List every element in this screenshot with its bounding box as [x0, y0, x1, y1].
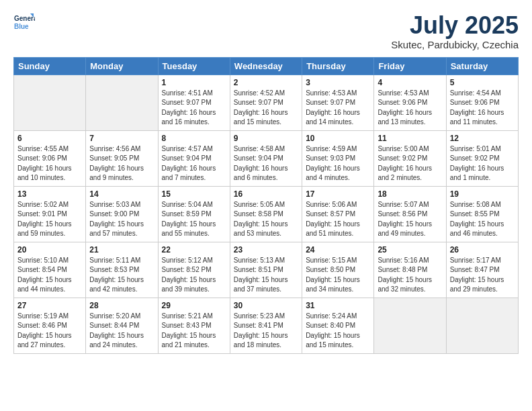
- col-sunday: Sunday: [14, 57, 86, 75]
- day-number: 6: [17, 134, 82, 143]
- table-row: 14 Sunrise: 5:03 AM Sunset: 9:00 PM Dayl…: [86, 186, 158, 242]
- table-row: 31 Sunrise: 5:24 AM Sunset: 8:40 PM Dayl…: [302, 298, 374, 353]
- day-detail: Sunrise: 4:52 AM Sunset: 9:07 PM Dayligh…: [234, 89, 298, 128]
- day-number: 8: [162, 134, 226, 143]
- table-row: 15 Sunrise: 5:04 AM Sunset: 8:59 PM Dayl…: [158, 186, 230, 242]
- day-detail: Sunrise: 5:11 AM Sunset: 8:53 PM Dayligh…: [89, 256, 154, 295]
- day-detail: Sunrise: 5:08 AM Sunset: 8:55 PM Dayligh…: [450, 200, 515, 239]
- table-row: 29 Sunrise: 5:21 AM Sunset: 8:43 PM Dayl…: [158, 298, 230, 353]
- table-row: 13 Sunrise: 5:02 AM Sunset: 9:01 PM Dayl…: [14, 186, 86, 242]
- page: General Blue July 2025 Skutec, Pardubick…: [0, 0, 532, 411]
- table-row: 30 Sunrise: 5:23 AM Sunset: 8:41 PM Dayl…: [230, 298, 302, 353]
- table-row: [86, 75, 158, 130]
- day-number: 22: [162, 245, 226, 255]
- col-wednesday: Wednesday: [230, 57, 302, 75]
- day-detail: Sunrise: 5:21 AM Sunset: 8:43 PM Dayligh…: [162, 312, 226, 351]
- table-row: 20 Sunrise: 5:10 AM Sunset: 8:54 PM Dayl…: [14, 242, 86, 298]
- day-detail: Sunrise: 5:24 AM Sunset: 8:40 PM Dayligh…: [306, 312, 370, 351]
- day-detail: Sunrise: 5:05 AM Sunset: 8:58 PM Dayligh…: [234, 200, 298, 239]
- day-detail: Sunrise: 5:20 AM Sunset: 8:44 PM Dayligh…: [89, 312, 154, 351]
- day-detail: Sunrise: 5:07 AM Sunset: 8:56 PM Dayligh…: [378, 200, 442, 239]
- col-thursday: Thursday: [302, 57, 374, 75]
- day-number: 10: [306, 134, 370, 143]
- day-detail: Sunrise: 5:02 AM Sunset: 9:01 PM Dayligh…: [17, 200, 82, 239]
- day-detail: Sunrise: 5:01 AM Sunset: 9:02 PM Dayligh…: [450, 144, 515, 183]
- table-row: [446, 298, 518, 353]
- day-number: 18: [378, 189, 442, 199]
- day-number: 11: [378, 134, 442, 143]
- logo: General Blue: [13, 12, 35, 34]
- table-row: 12 Sunrise: 5:01 AM Sunset: 9:02 PM Dayl…: [446, 130, 518, 186]
- table-row: 10 Sunrise: 4:59 AM Sunset: 9:03 PM Dayl…: [302, 130, 374, 186]
- day-number: 14: [89, 189, 154, 199]
- table-row: 21 Sunrise: 5:11 AM Sunset: 8:53 PM Dayl…: [86, 242, 158, 298]
- day-number: 28: [89, 301, 154, 310]
- table-row: 22 Sunrise: 5:12 AM Sunset: 8:52 PM Dayl…: [158, 242, 230, 298]
- day-detail: Sunrise: 4:51 AM Sunset: 9:07 PM Dayligh…: [162, 89, 226, 128]
- day-number: 7: [89, 134, 154, 143]
- day-number: 29: [162, 301, 226, 310]
- table-row: [14, 75, 86, 130]
- col-tuesday: Tuesday: [158, 57, 230, 75]
- calendar-week-row: 6 Sunrise: 4:55 AM Sunset: 9:06 PM Dayli…: [14, 130, 519, 186]
- day-detail: Sunrise: 4:59 AM Sunset: 9:03 PM Dayligh…: [306, 144, 370, 183]
- day-number: 25: [378, 245, 442, 255]
- calendar-header-row: Sunday Monday Tuesday Wednesday Thursday…: [14, 57, 519, 75]
- day-detail: Sunrise: 5:04 AM Sunset: 8:59 PM Dayligh…: [162, 200, 226, 239]
- day-number: 19: [450, 189, 515, 199]
- calendar-week-row: 13 Sunrise: 5:02 AM Sunset: 9:01 PM Dayl…: [14, 186, 519, 242]
- day-number: 17: [306, 189, 370, 199]
- header: General Blue July 2025 Skutec, Pardubick…: [13, 12, 519, 50]
- table-row: 25 Sunrise: 5:16 AM Sunset: 8:48 PM Dayl…: [374, 242, 446, 298]
- day-number: 4: [378, 78, 442, 87]
- table-row: 1 Sunrise: 4:51 AM Sunset: 9:07 PM Dayli…: [158, 75, 230, 130]
- day-number: 15: [162, 189, 226, 199]
- day-detail: Sunrise: 4:58 AM Sunset: 9:04 PM Dayligh…: [234, 144, 298, 183]
- svg-text:General: General: [14, 15, 35, 22]
- day-detail: Sunrise: 4:54 AM Sunset: 9:06 PM Dayligh…: [450, 89, 515, 128]
- day-detail: Sunrise: 5:15 AM Sunset: 8:50 PM Dayligh…: [306, 256, 370, 295]
- day-number: 3: [306, 78, 370, 87]
- day-number: 27: [17, 301, 82, 310]
- table-row: 16 Sunrise: 5:05 AM Sunset: 8:58 PM Dayl…: [230, 186, 302, 242]
- day-detail: Sunrise: 4:57 AM Sunset: 9:04 PM Dayligh…: [162, 144, 226, 183]
- day-number: 9: [234, 134, 298, 143]
- day-number: 31: [306, 301, 370, 310]
- table-row: 8 Sunrise: 4:57 AM Sunset: 9:04 PM Dayli…: [158, 130, 230, 186]
- day-detail: Sunrise: 5:12 AM Sunset: 8:52 PM Dayligh…: [162, 256, 226, 295]
- table-row: 7 Sunrise: 4:56 AM Sunset: 9:05 PM Dayli…: [86, 130, 158, 186]
- table-row: 11 Sunrise: 5:00 AM Sunset: 9:02 PM Dayl…: [374, 130, 446, 186]
- day-detail: Sunrise: 4:53 AM Sunset: 9:07 PM Dayligh…: [306, 89, 370, 128]
- day-detail: Sunrise: 5:03 AM Sunset: 9:00 PM Dayligh…: [89, 200, 154, 239]
- table-row: 17 Sunrise: 5:06 AM Sunset: 8:57 PM Dayl…: [302, 186, 374, 242]
- day-number: 2: [234, 78, 298, 87]
- day-number: 24: [306, 245, 370, 255]
- table-row: 5 Sunrise: 4:54 AM Sunset: 9:06 PM Dayli…: [446, 75, 518, 130]
- day-number: 26: [450, 245, 515, 255]
- col-saturday: Saturday: [446, 57, 518, 75]
- day-number: 1: [162, 78, 226, 87]
- table-row: 27 Sunrise: 5:19 AM Sunset: 8:46 PM Dayl…: [14, 298, 86, 353]
- day-detail: Sunrise: 4:55 AM Sunset: 9:06 PM Dayligh…: [17, 144, 82, 183]
- day-detail: Sunrise: 5:13 AM Sunset: 8:51 PM Dayligh…: [234, 256, 298, 295]
- day-detail: Sunrise: 5:00 AM Sunset: 9:02 PM Dayligh…: [378, 144, 442, 183]
- col-friday: Friday: [374, 57, 446, 75]
- table-row: 23 Sunrise: 5:13 AM Sunset: 8:51 PM Dayl…: [230, 242, 302, 298]
- day-number: 5: [450, 78, 515, 87]
- day-number: 13: [17, 189, 82, 199]
- table-row: 2 Sunrise: 4:52 AM Sunset: 9:07 PM Dayli…: [230, 75, 302, 130]
- day-detail: Sunrise: 4:56 AM Sunset: 9:05 PM Dayligh…: [89, 144, 154, 183]
- title-area: July 2025 Skutec, Pardubicky, Czechia: [391, 12, 519, 50]
- day-number: 30: [234, 301, 298, 310]
- day-detail: Sunrise: 5:06 AM Sunset: 8:57 PM Dayligh…: [306, 200, 370, 239]
- table-row: 19 Sunrise: 5:08 AM Sunset: 8:55 PM Dayl…: [446, 186, 518, 242]
- day-number: 16: [234, 189, 298, 199]
- day-number: 20: [17, 245, 82, 255]
- calendar-week-row: 27 Sunrise: 5:19 AM Sunset: 8:46 PM Dayl…: [14, 298, 519, 353]
- calendar-week-row: 1 Sunrise: 4:51 AM Sunset: 9:07 PM Dayli…: [14, 75, 519, 130]
- col-monday: Monday: [86, 57, 158, 75]
- day-detail: Sunrise: 5:19 AM Sunset: 8:46 PM Dayligh…: [17, 312, 82, 351]
- day-number: 23: [234, 245, 298, 255]
- table-row: [374, 298, 446, 353]
- table-row: 24 Sunrise: 5:15 AM Sunset: 8:50 PM Dayl…: [302, 242, 374, 298]
